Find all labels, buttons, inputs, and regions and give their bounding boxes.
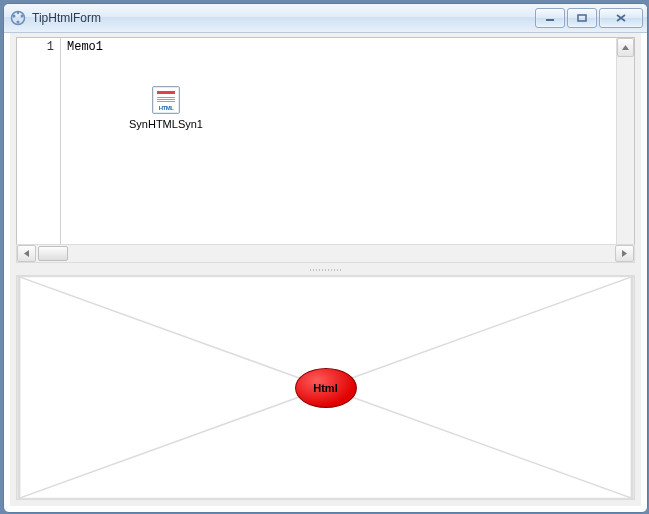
scroll-left-button[interactable]	[17, 245, 36, 262]
close-button[interactable]	[599, 8, 643, 28]
titlebar[interactable]: TipHtmlForm	[4, 4, 647, 33]
window-frame: TipHtmlForm 1 Memo1	[3, 3, 648, 513]
html-preview-panel[interactable]: Html	[16, 275, 635, 500]
splitter[interactable]	[16, 267, 635, 275]
client-area: 1 Memo1 SynHTMLSyn1	[10, 33, 641, 506]
svg-rect-6	[578, 15, 586, 21]
window-controls	[535, 8, 643, 28]
html-component-badge[interactable]: Html	[295, 368, 357, 408]
memo-editor: 1 Memo1 SynHTMLSyn1	[16, 37, 635, 263]
memo-text: Memo1	[67, 40, 103, 54]
hscroll-track[interactable]	[36, 245, 615, 262]
svg-point-4	[17, 12, 19, 14]
horizontal-scrollbar[interactable]	[16, 244, 635, 263]
memo-body[interactable]: Memo1 SynHTMLSyn1	[61, 38, 634, 244]
maximize-button[interactable]	[567, 8, 597, 28]
memo-gutter: 1	[17, 38, 61, 244]
component-label: SynHTMLSyn1	[121, 118, 211, 130]
app-icon	[10, 10, 26, 26]
svg-rect-5	[546, 19, 554, 21]
line-number: 1	[17, 40, 54, 54]
splitter-grip-icon	[306, 269, 346, 272]
window-title: TipHtmlForm	[32, 11, 535, 25]
minimize-button[interactable]	[535, 8, 565, 28]
svg-point-2	[21, 15, 24, 18]
svg-point-3	[17, 21, 20, 24]
hscroll-thumb[interactable]	[38, 246, 68, 261]
vertical-scrollbar[interactable]	[616, 37, 635, 245]
component-synhtmlsyn[interactable]: SynHTMLSyn1	[121, 86, 211, 130]
html-file-icon	[152, 86, 180, 114]
svg-point-1	[13, 15, 16, 18]
scroll-up-button[interactable]	[617, 38, 634, 57]
scroll-right-button[interactable]	[615, 245, 634, 262]
html-badge-label: Html	[313, 382, 337, 394]
memo-viewport[interactable]: 1 Memo1 SynHTMLSyn1	[16, 37, 635, 245]
